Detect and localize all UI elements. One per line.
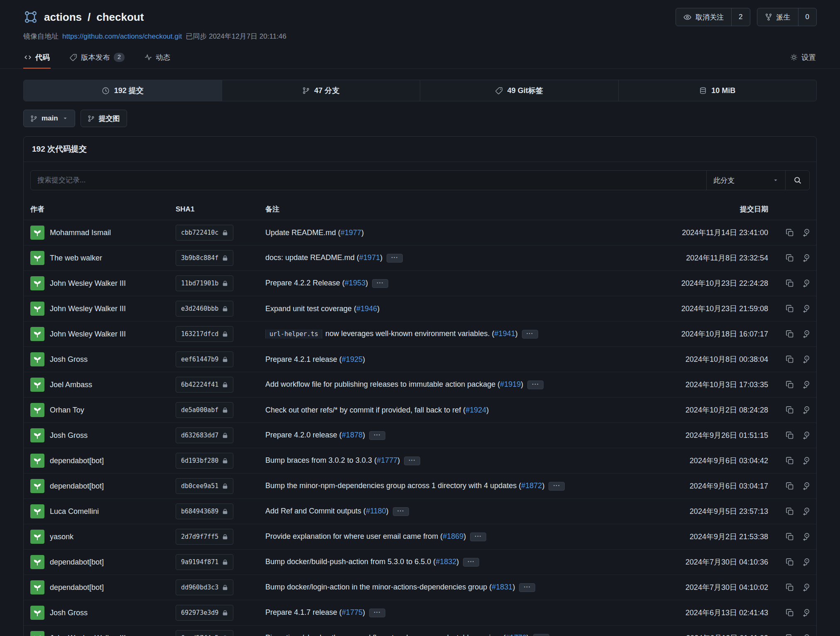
commit-sha-link[interactable]: 11bd71901b [176,275,233,291]
author-name[interactable]: dependabot[bot] [50,583,104,592]
branch-filter-select[interactable]: 此分支 [706,171,785,190]
commit-sha-link[interactable]: de5a000abf [176,402,233,418]
pr-link[interactable]: #1777 [377,456,397,464]
avatar[interactable] [30,226,44,240]
cherry-pick-icon[interactable] [801,583,810,592]
author-name[interactable]: dependabot[bot] [50,558,104,567]
cherry-pick-icon[interactable] [801,355,810,363]
expand-commit-button[interactable]: ··· [404,457,420,465]
pr-link[interactable]: #1872 [521,481,542,490]
cherry-pick-icon[interactable] [801,330,810,338]
search-input[interactable] [31,171,706,190]
avatar[interactable] [30,327,44,341]
pr-link[interactable]: #1180 [366,507,386,515]
avatar[interactable] [30,631,44,636]
unwatch-button[interactable]: 取消关注 [676,8,731,26]
repo-owner-link[interactable]: actions [44,11,82,24]
pr-link[interactable]: #1831 [492,583,512,591]
commit-graph-button[interactable]: 提交图 [81,110,127,127]
author-name[interactable]: Luca Comellini [50,507,99,516]
branch-selector[interactable]: main [23,110,75,127]
tab-code[interactable]: 代码 [23,47,51,69]
copy-sha-icon[interactable] [786,482,794,490]
forks-count[interactable]: 0 [798,8,816,26]
pr-link[interactable]: #1977 [340,228,361,237]
author-name[interactable]: Josh Gross [50,355,88,364]
pr-link[interactable]: #1953 [345,279,365,287]
author-name[interactable]: John Wesley Walker III [50,634,126,636]
copy-sha-icon[interactable] [786,558,794,566]
author-name[interactable]: John Wesley Walker III [50,279,126,288]
copy-sha-icon[interactable] [786,304,794,313]
author-name[interactable]: dependabot[bot] [50,482,104,491]
commit-sha-link[interactable]: 163217dfcd [176,326,233,342]
expand-commit-button[interactable]: ··· [463,558,479,567]
cherry-pick-icon[interactable] [801,406,810,414]
author-name[interactable]: John Wesley Walker III [50,304,126,313]
avatar[interactable] [30,479,44,493]
author-name[interactable]: Mohammad Ismail [50,228,111,237]
copy-sha-icon[interactable] [786,279,794,287]
pr-link[interactable]: #1925 [342,355,362,363]
cherry-pick-icon[interactable] [801,482,810,490]
copy-sha-icon[interactable] [786,457,794,465]
commit-sha-link[interactable]: e3d2460bbb [176,301,233,317]
avatar[interactable] [30,403,44,417]
copy-sha-icon[interactable] [786,507,794,516]
stat-branches[interactable]: 47 分支 [222,80,420,101]
cherry-pick-icon[interactable] [801,457,810,465]
copy-sha-icon[interactable] [786,533,794,541]
search-button[interactable] [785,171,809,190]
fork-button[interactable]: 派生 [757,8,798,26]
expand-commit-button[interactable]: ··· [387,254,403,263]
commit-sha-link[interactable]: 2d7d9f7ff5 [176,529,233,545]
commit-sha-link[interactable]: dd960bd3c3 [176,580,233,595]
stat-tags[interactable]: 49 Git标签 [420,80,618,101]
avatar[interactable] [30,504,44,518]
commit-sha-link[interactable]: 9a9194f871 [176,554,233,570]
watchers-count[interactable]: 2 [731,8,749,26]
avatar[interactable] [30,580,44,594]
tab-activity[interactable]: 动态 [144,47,171,69]
cherry-pick-icon[interactable] [801,381,810,389]
avatar[interactable] [30,378,44,392]
cherry-pick-icon[interactable] [801,609,810,617]
cherry-pick-icon[interactable] [801,558,810,566]
commit-sha-link[interactable]: b684943689 [176,503,233,519]
commit-sha-link[interactable]: d632683dd7 [176,427,233,443]
author-name[interactable]: Josh Gross [50,609,88,617]
author-name[interactable]: John Wesley Walker III [50,330,126,339]
avatar[interactable] [30,428,44,442]
copy-sha-icon[interactable] [786,330,794,338]
expand-commit-button[interactable]: ··· [470,533,486,541]
cherry-pick-icon[interactable] [801,279,810,287]
pr-link[interactable]: #1878 [342,431,362,439]
pr-link[interactable]: #1776 [506,634,527,636]
commit-sha-link[interactable]: 6b42224f41 [176,377,233,393]
avatar[interactable] [30,276,44,290]
pr-link[interactable]: #1919 [500,380,521,388]
avatar[interactable] [30,251,44,265]
commit-sha-link[interactable]: 6ccd57f4c5 [176,630,233,636]
copy-sha-icon[interactable] [786,634,794,636]
stat-commits[interactable]: 192 提交 [24,80,222,101]
commit-sha-link[interactable]: 6d193bf280 [176,453,233,469]
expand-commit-button[interactable]: ··· [519,583,535,592]
pr-link[interactable]: #1924 [465,406,486,414]
expand-commit-button[interactable]: ··· [372,279,388,288]
tab-settings[interactable]: 设置 [789,47,817,69]
pr-link[interactable]: #1775 [342,608,362,616]
author-name[interactable]: dependabot[bot] [50,457,104,465]
copy-sha-icon[interactable] [786,583,794,592]
pr-link[interactable]: #1946 [356,304,377,313]
pr-link[interactable]: #1832 [436,557,456,566]
cherry-pick-icon[interactable] [801,634,810,636]
copy-sha-icon[interactable] [786,228,794,237]
cherry-pick-icon[interactable] [801,533,810,541]
expand-commit-button[interactable]: ··· [369,431,385,440]
expand-commit-button[interactable]: ··· [522,330,538,339]
avatar[interactable] [30,302,44,316]
cherry-pick-icon[interactable] [801,431,810,440]
pr-link[interactable]: #1971 [359,253,380,262]
copy-sha-icon[interactable] [786,609,794,617]
